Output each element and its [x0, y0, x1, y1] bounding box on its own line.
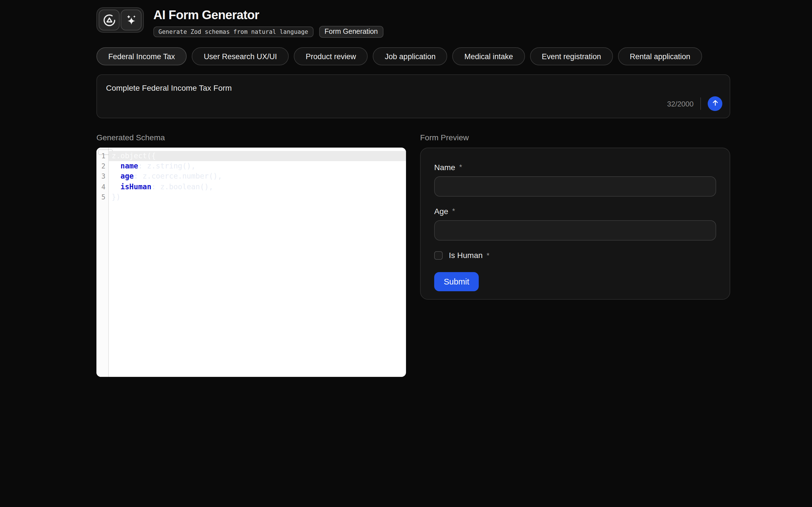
category-badge: Form Generation: [319, 26, 384, 38]
prompt-textarea[interactable]: Complete Federal Income Tax Form 32/2000: [96, 74, 730, 118]
code-line: 1 z.object({: [96, 151, 406, 161]
preset-pill-job-application[interactable]: Job application: [373, 47, 448, 65]
preset-pill-federal-income-tax[interactable]: Federal Income Tax: [96, 47, 187, 65]
line-number: 4: [96, 182, 109, 192]
submit-button[interactable]: Submit: [434, 272, 479, 291]
app-root: AI Form Generator Generate Zod schemas f…: [0, 0, 812, 507]
is-human-checkbox[interactable]: [434, 251, 443, 260]
target-triangle-icon: [102, 13, 116, 27]
form-preview-panel: Name* Age* Is Human * Submit: [420, 148, 730, 300]
arrow-up-icon: [711, 99, 719, 109]
character-counter: 32/2000: [667, 100, 694, 108]
preset-pill-medical-intake[interactable]: Medical intake: [453, 47, 525, 65]
code-line: 2 name: z.string(),: [96, 161, 406, 171]
prompt-text-value: Complete Federal Income Tax Form: [106, 83, 232, 93]
form-preview-heading: Form Preview: [420, 133, 469, 142]
required-asterisk: *: [459, 163, 462, 171]
app-logo: [96, 7, 144, 33]
logo-tile-right: [121, 10, 142, 31]
age-field-label: Age*: [434, 207, 716, 216]
code-line: 3 age: z.coerce.number(),: [96, 172, 406, 182]
generate-submit-button[interactable]: [708, 96, 722, 111]
line-number: 3: [96, 172, 109, 182]
required-asterisk: *: [452, 207, 455, 215]
age-field[interactable]: [434, 220, 716, 240]
line-number: 5: [96, 192, 109, 202]
divider: [700, 98, 701, 110]
header: AI Form Generator Generate Zod schemas f…: [96, 7, 384, 38]
name-field-label: Name*: [434, 163, 716, 172]
preset-pill-user-research[interactable]: User Research UX/UI: [192, 47, 289, 65]
subtitle-badge: Generate Zod schemas from natural langua…: [153, 26, 313, 37]
name-field[interactable]: [434, 176, 716, 196]
line-number: 2: [96, 161, 109, 171]
preset-pill-rental-application[interactable]: Rental application: [618, 47, 702, 65]
preset-pill-row: Federal Income Tax User Research UX/UI P…: [96, 47, 702, 65]
generated-schema-heading: Generated Schema: [96, 133, 165, 142]
sparkles-icon: [124, 13, 139, 27]
code-line: 5 }): [96, 192, 406, 202]
is-human-label: Is Human: [449, 251, 483, 260]
required-asterisk: *: [487, 251, 490, 260]
schema-code-editor[interactable]: 1 z.object({ 2 name: z.string(), 3 age: …: [96, 148, 406, 377]
code-line: 4 isHuman: z.boolean(),: [96, 182, 406, 192]
preset-pill-event-registration[interactable]: Event registration: [530, 47, 613, 65]
preset-pill-product-review[interactable]: Product review: [294, 47, 368, 65]
editor-code-area[interactable]: 1 z.object({ 2 name: z.string(), 3 age: …: [96, 151, 406, 202]
page-title: AI Form Generator: [153, 8, 384, 22]
line-number: 1: [96, 151, 109, 161]
logo-tile-left: [99, 10, 119, 31]
